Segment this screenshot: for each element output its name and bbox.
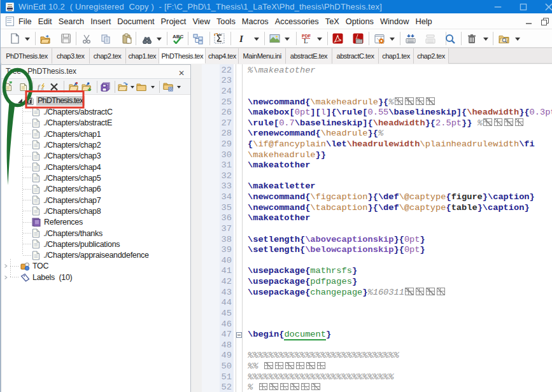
svg-text:L: L (304, 37, 308, 44)
svg-text:I: I (239, 34, 244, 44)
svg-text:8: 8 (41, 87, 44, 92)
svg-text:ABC: ABC (173, 34, 183, 39)
